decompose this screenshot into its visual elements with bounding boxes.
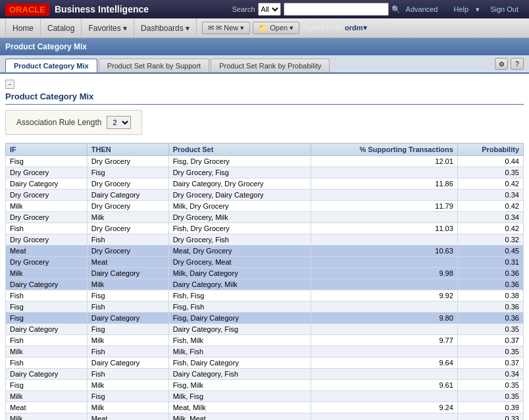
table-row: Dairy CategoryDry GroceryDairy Category,… [6,178,524,190]
cell-product-set: Meat, Milk [168,402,311,413]
table-row: MeatDry GroceryMeat, Dry Grocery10.630.4… [6,246,524,257]
cell-if: Dry Grocery [6,167,88,178]
table-row: MilkMeatMilk, Meat0.33 [6,413,524,421]
nav-catalog[interactable]: Catalog [41,18,82,38]
tab-settings-icon[interactable]: ⚙ [495,58,508,70]
cell-support: 9.64 [311,357,458,369]
folder-icon: 📁 [259,24,268,32]
cell-product-set: Fish, Dairy Category [168,357,311,369]
help-link[interactable]: Help ▾ [443,5,486,14]
tabs-bar: Product Category Mix Product Set Rank by… [0,55,529,74]
cell-if: Fish [6,290,88,302]
cell-then: Dry Grocery [87,178,168,190]
open-button[interactable]: 📁 Open ▾ [253,22,299,34]
table-row: FishMilkFish, Milk9.770.37 [6,335,524,346]
cell-then: Milk [87,402,168,413]
cell-then: Milk [87,212,168,223]
cell-probability: 0.37 [457,335,523,346]
assoc-rule-label: Association Rule Length [16,118,101,127]
cell-support: 11.79 [311,201,458,212]
cell-support: 9.80 [311,313,458,324]
cell-then: Fisg [87,167,168,178]
cell-if: Meat [6,402,88,413]
nav-home[interactable]: Home [5,18,41,38]
cell-then: Dairy Category [87,313,168,324]
cell-then: Dairy Category [87,190,168,201]
cell-product-set: Dairy Category, Dry Grocery [168,178,311,190]
cell-support [311,190,458,201]
search-area: Search All 🔍 [232,3,401,16]
cell-support [311,234,458,246]
signout-link[interactable]: Sign Out [485,5,524,13]
nav-dashboards[interactable]: Dashboards ▾ [134,18,197,38]
cell-if: Dry Grocery [6,257,88,268]
cell-then: Fisg [87,290,168,302]
assoc-rule-select[interactable]: 2 3 4 [107,116,131,129]
cell-probability: 0.35 [457,391,523,402]
cell-then: Meat [87,413,168,421]
cell-product-set: Dairy Category, Fisg [168,324,311,335]
cell-if: Dairy Category [6,178,88,190]
tab-help-icon[interactable]: ? [511,58,524,70]
second-nav-bar: Home Catalog Favorites ▾ Dashboards ▾ ✉ … [0,18,529,38]
cell-product-set: Dry Grocery, Fish [168,234,311,246]
cell-if: Dairy Category [6,324,88,335]
oracle-logo: ORACLE [5,3,49,16]
table-row: FisgFishFisg, Fish0.36 [6,302,524,313]
tab-product-category-mix[interactable]: Product Category Mix [5,59,97,72]
cell-then: Fish [87,346,168,357]
cell-if: Dry Grocery [6,190,88,201]
cell-support [311,346,458,357]
cell-probability: 0.36 [457,279,523,290]
cell-then: Fisg [87,324,168,335]
table-row: MeatMilkMeat, Milk9.240.39 [6,402,524,413]
cell-product-set: Fisg, Fish [168,302,311,313]
signed-in-label: Signed In As ordm▾ [302,24,366,32]
cell-probability: 0.34 [457,212,523,223]
cell-probability: 0.38 [457,290,523,302]
cell-product-set: Milk, Dairy Category [168,268,311,279]
cell-if: Milk [6,268,88,279]
section-title: Product Category Mix [5,92,524,105]
cell-product-set: Dry Grocery, Milk [168,212,311,223]
tab-product-set-rank-support[interactable]: Product Set Rank by Support [99,59,209,72]
app-header-title: Product Category Mix [5,42,87,51]
cell-probability: 0.42 [457,178,523,190]
cell-probability: 0.36 [457,268,523,279]
collapse-button[interactable]: - [5,80,14,89]
cell-probability: 0.32 [457,234,523,246]
table-row: Dry GroceryFishDry Grocery, Fish0.32 [6,234,524,246]
search-scope-select[interactable]: All [258,3,281,16]
cell-if: Fisg [6,302,88,313]
cell-support [311,324,458,335]
cell-probability: 0.35 [457,167,523,178]
col-header-support: % Supporting Transactions [311,144,458,156]
advanced-link[interactable]: Advanced [401,5,443,13]
search-input[interactable] [284,3,389,16]
cell-if: Fisg [6,313,88,324]
search-icon[interactable]: 🔍 [391,5,401,14]
cell-product-set: Dairy Category, Milk [168,279,311,290]
cell-if: Meat [6,246,88,257]
assoc-rule-panel: Association Rule Length 2 3 4 [5,110,142,135]
cell-then: Meat [87,257,168,268]
cell-product-set: Fish, Dry Grocery [168,223,311,234]
cell-support [311,167,458,178]
table-row: Dry GroceryMilkDry Grocery, Milk0.34 [6,212,524,223]
cell-product-set: Dry Grocery, Fisg [168,167,311,178]
cell-probability: 0.35 [457,346,523,357]
nav-favorites[interactable]: Favorites ▾ [82,18,134,38]
cell-then: Dry Grocery [87,223,168,234]
cell-support [311,212,458,223]
new-button[interactable]: ✉ ✉ New ▾ [202,22,250,34]
cell-probability: 0.36 [457,313,523,324]
tab-product-set-rank-probability[interactable]: Product Set Rank by Probability [211,59,330,72]
cell-if: Fish [6,357,88,369]
table-row: Dry GroceryDairy CategoryDry Grocery, Da… [6,190,524,201]
cell-then: Milk [87,335,168,346]
cell-if: Milk [6,201,88,212]
col-header-then: THEN [87,144,168,156]
cell-if: Milk [6,346,88,357]
cell-probability: 0.31 [457,257,523,268]
cell-product-set: Milk, Meat [168,413,311,421]
